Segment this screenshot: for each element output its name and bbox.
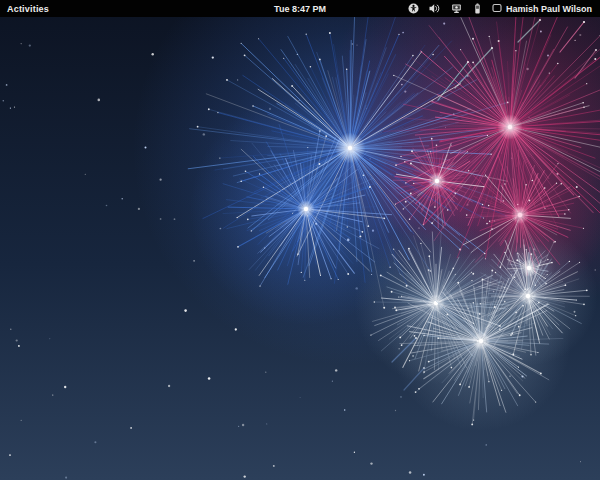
battery-icon <box>472 3 483 14</box>
battery-menu-button[interactable] <box>467 0 488 17</box>
universal-access-icon <box>408 3 419 14</box>
activities-button[interactable]: Activities <box>0 0 56 17</box>
volume-menu-button[interactable] <box>424 0 446 17</box>
clock-calendar-button[interactable]: Tue 8:47 PM <box>268 0 332 17</box>
status-icon-tray: Hamish Paul Wilson <box>403 0 600 17</box>
network-menu-button[interactable] <box>446 0 467 17</box>
network-wired-icon <box>451 3 462 14</box>
user-status-icon <box>492 3 502 15</box>
accessibility-menu-button[interactable] <box>403 0 424 17</box>
gnome-top-bar: Activities Tue 8:47 PM <box>0 0 600 17</box>
desktop-wallpaper <box>0 0 600 480</box>
volume-icon <box>429 3 441 14</box>
user-name-label: Hamish Paul Wilson <box>506 4 592 14</box>
user-menu-button[interactable]: Hamish Paul Wilson <box>488 0 596 17</box>
